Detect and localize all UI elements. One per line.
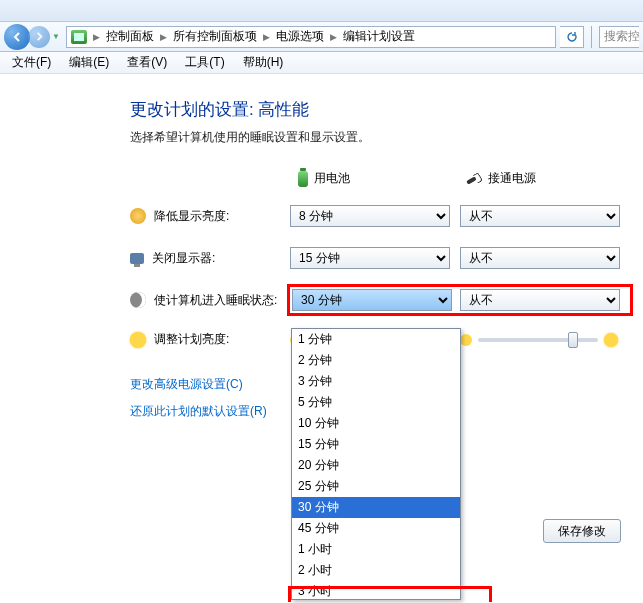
crumb-control-panel[interactable]: 控制面板 <box>106 28 154 45</box>
window-titlebar <box>0 0 643 22</box>
dropdown-option[interactable]: 2 分钟 <box>292 350 460 371</box>
dim-ac-select[interactable]: 从不 <box>460 205 620 227</box>
row-label-dim: 降低显示亮度: <box>130 208 290 225</box>
sun-high-icon <box>604 333 618 347</box>
off-ac-select[interactable]: 从不 <box>460 247 620 269</box>
crumb-all-items[interactable]: 所有控制面板项 <box>173 28 257 45</box>
forward-button[interactable] <box>28 26 50 48</box>
address-breadcrumb[interactable]: ▶ 控制面板 ▶ 所有控制面板项 ▶ 电源选项 ▶ 编辑计划设置 <box>66 26 556 48</box>
sun-low-icon <box>460 334 472 346</box>
menu-bar: 文件(F) 编辑(E) 查看(V) 工具(T) 帮助(H) <box>0 52 643 74</box>
navigation-bar: ▼ ▶ 控制面板 ▶ 所有控制面板项 ▶ 电源选项 ▶ 编辑计划设置 搜索控 <box>0 22 643 52</box>
dropdown-option[interactable]: 20 分钟 <box>292 455 460 476</box>
chevron-right-icon[interactable]: ▶ <box>330 32 337 42</box>
dropdown-option[interactable]: 3 小时 <box>292 581 460 600</box>
chevron-right-icon[interactable]: ▶ <box>160 32 167 42</box>
back-button[interactable] <box>4 24 30 50</box>
dropdown-option[interactable]: 3 分钟 <box>292 371 460 392</box>
plug-icon <box>463 168 485 190</box>
sleep-battery-dropdown-list[interactable]: 1 分钟2 分钟3 分钟5 分钟10 分钟15 分钟20 分钟25 分钟30 分… <box>291 328 461 600</box>
dim-icon <box>130 208 146 224</box>
sleep-ac-select[interactable]: 从不 <box>460 289 620 311</box>
page-title: 更改计划的设置: 高性能 <box>130 98 643 121</box>
dropdown-option[interactable]: 1 分钟 <box>292 329 460 350</box>
column-header-battery: 用电池 <box>290 170 460 187</box>
search-input[interactable]: 搜索控 <box>599 26 639 48</box>
dim-battery-select[interactable]: 8 分钟 <box>290 205 450 227</box>
chevron-right-icon[interactable]: ▶ <box>93 32 100 42</box>
dropdown-option[interactable]: 30 分钟 <box>292 497 460 518</box>
menu-view[interactable]: 查看(V) <box>119 52 175 73</box>
off-battery-select[interactable]: 15 分钟 <box>290 247 450 269</box>
monitor-icon <box>130 253 144 264</box>
slider-thumb[interactable] <box>568 332 578 348</box>
dropdown-option[interactable]: 15 分钟 <box>292 434 460 455</box>
refresh-button[interactable] <box>560 26 584 48</box>
menu-edit[interactable]: 编辑(E) <box>61 52 117 73</box>
row-label-sleep: 使计算机进入睡眠状态: <box>130 292 290 309</box>
control-panel-icon <box>71 30 87 44</box>
dropdown-option[interactable]: 10 分钟 <box>292 413 460 434</box>
save-button[interactable]: 保存修改 <box>543 519 621 543</box>
chevron-right-icon[interactable]: ▶ <box>263 32 270 42</box>
battery-icon <box>298 171 308 187</box>
column-header-ac: 接通电源 <box>460 170 630 187</box>
sun-icon <box>130 332 146 348</box>
dropdown-option[interactable]: 2 小时 <box>292 560 460 581</box>
highlight-box-sleep: 30 分钟 从不 <box>287 284 633 316</box>
dropdown-option[interactable]: 45 分钟 <box>292 518 460 539</box>
dropdown-option[interactable]: 25 分钟 <box>292 476 460 497</box>
page-subtitle: 选择希望计算机使用的睡眠设置和显示设置。 <box>130 129 643 146</box>
brightness-ac-slider[interactable] <box>478 338 598 342</box>
sleep-battery-select[interactable]: 30 分钟 <box>292 289 452 311</box>
crumb-power-options[interactable]: 电源选项 <box>276 28 324 45</box>
history-dropdown[interactable]: ▼ <box>50 30 62 44</box>
menu-tools[interactable]: 工具(T) <box>177 52 232 73</box>
row-label-off: 关闭显示器: <box>130 250 290 267</box>
dropdown-option[interactable]: 1 小时 <box>292 539 460 560</box>
dropdown-option[interactable]: 5 分钟 <box>292 392 460 413</box>
menu-help[interactable]: 帮助(H) <box>235 52 292 73</box>
search-placeholder: 搜索控 <box>604 28 639 45</box>
crumb-edit-plan[interactable]: 编辑计划设置 <box>343 28 415 45</box>
menu-file[interactable]: 文件(F) <box>4 52 59 73</box>
row-label-brightness: 调整计划亮度: <box>130 331 290 348</box>
moon-icon <box>130 292 146 308</box>
